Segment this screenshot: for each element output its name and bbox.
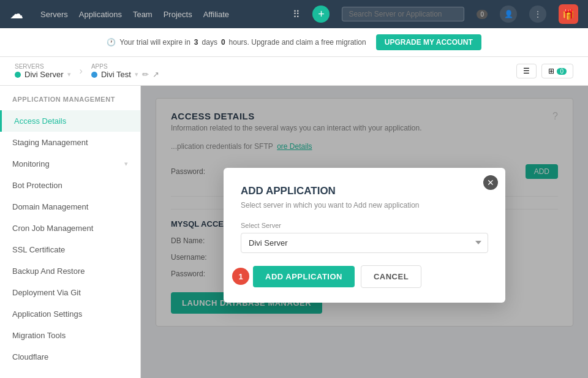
server-chevron-icon[interactable]: ▾ [67,70,71,78]
modal-subtitle: Select server in which you want to Add n… [241,201,488,210]
servers-breadcrumb: Servers Divi Server ▾ [15,63,71,79]
user-icon[interactable]: 👤 [500,6,517,23]
modal-title: ADD APPLICATION [241,185,488,197]
sidebar-item-deployment-via-git[interactable]: Deployment Via Git [0,282,140,303]
sidebar-item-backup-and-restore[interactable]: Backup And Restore [0,260,140,282]
app-name: Divi Test [101,70,131,79]
nav-links: Servers Applications Team Projects Affil… [40,10,281,19]
add-application-button[interactable]: ADD APPLICATION [253,266,355,287]
trial-days-num: 3 [194,38,198,47]
sidebar-item-ssl-certificate[interactable]: SSL Certificate [0,239,140,260]
trial-text-before: Your trial will expire in [119,38,190,47]
nav-applications[interactable]: Applications [79,10,122,19]
sidebar-item-label: Deployment Via Git [12,288,81,297]
sidebar-item-cloudflare[interactable]: Cloudflare [0,346,140,368]
sidebar-item-label: Staging Management [12,138,88,147]
notification-badge[interactable]: 0 [477,10,488,19]
sidebar-item-label: Bot Protection [12,181,62,190]
gift-icon[interactable]: 🎁 [559,4,578,24]
apps-breadcrumb: Apps Divi Test ▾ ✏ ↗ [91,63,159,79]
sidebar: Application Management Access Details St… [0,86,141,378]
topnav: ☁ Servers Applications Team Projects Aff… [0,0,588,28]
add-button[interactable]: + [312,6,330,23]
step-badge: 1 [232,268,249,285]
servers-label: Servers [15,63,71,70]
upgrade-button[interactable]: UPGRADE MY ACCOUNT [376,34,481,50]
sidebar-item-application-settings[interactable]: Application Settings [0,303,140,325]
nav-servers[interactable]: Servers [40,10,68,19]
apps-label: Apps [91,63,159,70]
main-layout: Application Management Access Details St… [0,86,588,378]
table-view-button[interactable]: ☰ [516,64,537,78]
modal-overlay: ✕ ADD APPLICATION Select server in which… [141,86,588,378]
nav-affiliate[interactable]: Affiliate [203,10,229,19]
sidebar-item-cron-job-management[interactable]: Cron Job Management [0,217,140,239]
nav-team[interactable]: Team [133,10,153,19]
sidebar-item-label: Monitoring [12,159,50,168]
trial-days-label: days [202,38,217,47]
sidebar-title: Application Management [0,96,140,110]
clock-icon: 🕐 [107,38,116,47]
main-content: ACCESS DETAILS Information related to th… [141,86,588,378]
server-status-dot [15,72,21,78]
app-status-dot [91,72,97,78]
sidebar-item-label: Access Details [14,116,66,126]
open-app-icon[interactable]: ↗ [153,70,159,79]
sidebar-item-label: Cron Job Management [12,224,93,233]
search-input[interactable] [342,7,464,21]
sidebar-item-label: Backup And Restore [12,266,85,276]
sidebar-item-bot-protection[interactable]: Bot Protection [0,175,140,196]
chevron-down-icon: ▾ [124,160,128,168]
sidebar-item-label: Cloudflare [12,352,48,361]
breadcrumb: Servers Divi Server ▾ › Apps Divi Test ▾… [0,57,588,86]
logo-icon: ☁ [10,6,23,22]
add-application-modal: ✕ ADD APPLICATION Select server in which… [224,168,505,303]
app-chevron-icon[interactable]: ▾ [135,70,138,78]
trial-bar: 🕐 Your trial will expire in 3 days 0 hou… [0,28,588,57]
breadcrumb-arrow: › [80,66,83,77]
select-server-label: Select Server [241,222,488,229]
server-select[interactable]: Divi Server [241,233,488,253]
grid-icon[interactable]: ⠿ [293,9,300,20]
sidebar-item-domain-management[interactable]: Domain Management [0,196,140,217]
nav-projects[interactable]: Projects [164,10,192,19]
edit-app-icon[interactable]: ✏ [142,70,149,79]
trial-hours-label: hours. Upgrade and claim a free migratio… [229,38,366,47]
sidebar-item-monitoring[interactable]: Monitoring ▾ [0,153,140,175]
server-name: Divi Server [24,70,64,79]
cancel-button[interactable]: CANCEL [361,265,421,288]
modal-actions: 1 ADD APPLICATION CANCEL [241,265,488,288]
more-options-icon[interactable]: ⋮ [529,6,546,23]
breadcrumb-right-actions: ☰ ⊞ 0 [516,64,573,78]
sidebar-item-migration-tools[interactable]: Migration Tools [0,325,140,346]
sidebar-item-label: SSL Certificate [12,245,65,254]
sidebar-item-label: Application Settings [12,309,82,319]
trial-hours-num: 0 [221,38,225,47]
sidebar-item-label: Domain Management [12,202,88,211]
card-view-button[interactable]: ⊞ 0 [541,64,573,78]
sidebar-item-label: Migration Tools [12,331,66,340]
sidebar-item-access-details[interactable]: Access Details [0,110,140,132]
sidebar-item-staging-management[interactable]: Staging Management [0,132,140,153]
modal-close-button[interactable]: ✕ [483,175,498,190]
add-application-wrapper: 1 ADD APPLICATION [241,265,355,288]
